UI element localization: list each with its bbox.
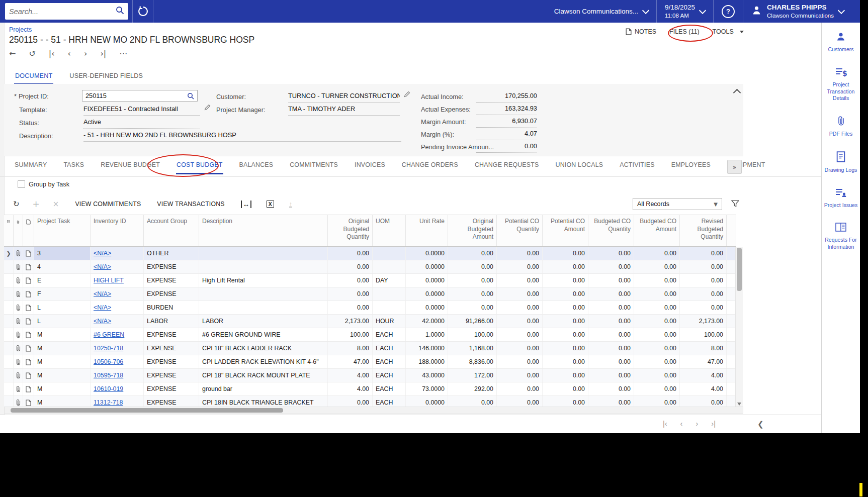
edit-pencil-icon[interactable] [404, 91, 410, 99]
table-row[interactable]: L<N/A>LABORLABOR2,173.00HOUR42.000091,26… [4, 315, 736, 328]
company-selector[interactable]: Clawson Communications... [546, 0, 656, 23]
attachment-icon[interactable] [14, 247, 23, 260]
note-icon[interactable] [23, 287, 34, 301]
column-header-potential-co-amount[interactable]: Potential CO Amount [543, 215, 588, 246]
business-date-icon[interactable] [132, 0, 153, 23]
inventory-id-link[interactable]: #6 GREEN [94, 331, 124, 338]
column-header-original-budgeted-quantity[interactable]: Original Budgeted Quantity [328, 215, 373, 246]
tab-activities[interactable]: ACTIVITIES [619, 158, 655, 174]
cell-inventory-id[interactable]: <N/A> [91, 287, 144, 301]
attachment-icon[interactable] [14, 328, 23, 341]
cell-inventory-id[interactable]: <N/A> [91, 260, 144, 273]
user-menu[interactable]: CHARLES PHIPPS Clawson Communications [743, 0, 852, 23]
next-record-icon[interactable]: › [84, 49, 87, 58]
sidebar-item-customers[interactable]: Customers [822, 32, 860, 53]
breadcrumb[interactable]: Projects [9, 26, 32, 33]
attachment-icon[interactable] [14, 382, 23, 395]
add-row-icon[interactable]: + [33, 199, 40, 209]
attachments-column-icon[interactable] [14, 215, 23, 246]
attachment-icon[interactable] [14, 274, 23, 287]
inventory-id-link[interactable]: <N/A> [94, 318, 111, 325]
upload-icon[interactable]: ↑ [289, 201, 293, 208]
template-field[interactable]: FIXEDFEE51 - Contracted Install [83, 103, 200, 116]
note-icon[interactable] [23, 328, 34, 341]
inventory-id-link[interactable]: 10250-718 [94, 345, 123, 352]
table-row[interactable]: F<N/A>EXPENSE0.000.00000.000.000.000.000… [4, 287, 736, 301]
inventory-id-link[interactable]: HIGH LIFT [94, 277, 124, 284]
customer-field[interactable]: TURNCO - TURNER CONSTRUCTION C [288, 90, 400, 103]
cell-inventory-id[interactable]: #6 GREEN [91, 328, 144, 341]
tab-change-requests[interactable]: CHANGE REQUESTS [474, 158, 540, 174]
side-panel-toggle-icon[interactable]: ❮ [757, 420, 764, 429]
search-icon[interactable] [116, 6, 124, 17]
sidebar-item-project-transaction-details[interactable]: $Project Transaction Details [822, 67, 860, 102]
note-icon[interactable] [23, 247, 34, 260]
note-icon[interactable] [23, 260, 34, 273]
inventory-id-link[interactable]: <N/A> [94, 250, 111, 257]
cell-inventory-id[interactable]: 10506-706 [91, 355, 144, 368]
prev-record-icon[interactable]: ‹ [68, 49, 71, 58]
fit-width-icon[interactable]: ↔ [241, 201, 251, 208]
column-header-budgeted-co-quantity[interactable]: Budgeted CO Quantity [588, 215, 634, 246]
tab-summary[interactable]: SUMMARY [14, 158, 48, 174]
tab-commitments[interactable]: COMMITMENTS [289, 158, 338, 174]
business-date-selector[interactable]: 9/18/2025 11:08 AM [656, 0, 713, 23]
tab-user-defined-fields[interactable]: USER-DEFINED FIELDS [68, 70, 144, 85]
note-icon[interactable] [23, 369, 34, 382]
next-page-icon[interactable]: › [696, 420, 698, 428]
column-header-potential-co-quantity[interactable]: Potential CO Quantity [497, 215, 543, 246]
column-header-account-group[interactable]: Account Group [144, 215, 199, 246]
first-record-icon[interactable]: |‹ [49, 49, 55, 58]
attachment-icon[interactable] [14, 355, 23, 368]
attachment-icon[interactable] [14, 287, 23, 301]
sidebar-item-requests-for-information[interactable]: Requests For Information [822, 222, 860, 251]
note-icon[interactable] [23, 342, 34, 355]
table-row[interactable]: ❯3<N/A>OTHER0.000.00000.000.000.000.000.… [4, 247, 736, 260]
refresh-icon[interactable]: ↻ [13, 200, 20, 209]
table-row[interactable]: L<N/A>BURDEN0.000.00000.000.000.000.000.… [4, 301, 736, 315]
filter-icon[interactable] [731, 200, 739, 209]
cell-inventory-id[interactable]: 10250-718 [91, 342, 144, 355]
sidebar-item-drawing-logs[interactable]: Drawing Logs [822, 151, 860, 174]
records-filter-dropdown[interactable]: All Records ▼ [633, 198, 722, 210]
cell-inventory-id[interactable]: HIGH LIFT [91, 274, 144, 287]
notes-button[interactable]: NOTES [626, 28, 656, 35]
tab-balances[interactable]: BALANCES [239, 158, 274, 174]
column-header-original-budgeted-amount[interactable]: Original Budgeted Amount [448, 215, 497, 246]
sidebar-item-pdf-files[interactable]: PDF Files [822, 116, 860, 138]
tab-change-orders[interactable]: CHANGE ORDERS [401, 158, 459, 174]
prev-page-icon[interactable]: ‹ [680, 420, 683, 428]
cell-inventory-id[interactable]: <N/A> [91, 315, 144, 328]
export-excel-icon[interactable]: X [267, 201, 274, 208]
inventory-id-link[interactable]: <N/A> [94, 263, 111, 270]
attachment-icon[interactable] [14, 260, 23, 273]
note-icon[interactable] [23, 301, 34, 314]
tools-button[interactable]: TOOLS [713, 28, 744, 35]
tab-tasks[interactable]: TASKS [63, 158, 85, 174]
attachment-icon[interactable] [14, 301, 23, 314]
grid-settings-icon[interactable] [4, 215, 14, 246]
tab-invoices[interactable]: INVOICES [354, 158, 386, 174]
tab-revenue-budget[interactable]: REVENUE BUDGET [100, 158, 160, 174]
horizontal-scroll-thumb[interactable] [11, 408, 283, 413]
column-header-uom[interactable]: UOM [373, 215, 406, 246]
inventory-id-link[interactable]: <N/A> [94, 290, 111, 297]
attachment-icon[interactable] [14, 369, 23, 382]
table-row[interactable]: 4<N/A>EXPENSE0.000.00000.000.000.000.000… [4, 260, 736, 274]
view-transactions-button[interactable]: VIEW TRANSACTIONS [157, 201, 224, 208]
inventory-id-link[interactable]: <N/A> [94, 304, 111, 311]
help-button[interactable]: ? [713, 0, 743, 23]
project-id-field[interactable]: 250115 [82, 90, 198, 102]
column-header-project-task[interactable]: Project Task [34, 215, 91, 246]
last-page-icon[interactable]: ›| [711, 420, 716, 428]
note-icon[interactable] [23, 274, 34, 287]
search-input[interactable]: Search... [5, 3, 128, 20]
table-row[interactable]: M10595-718EXPENSECPI 18" BLACK RACK MOUN… [4, 369, 736, 382]
scroll-down-arrow-icon[interactable] [737, 403, 741, 406]
first-page-icon[interactable]: |‹ [663, 420, 667, 428]
last-record-icon[interactable]: ›| [100, 49, 106, 58]
column-header-revised-budgeted-quantity[interactable]: Revised Budgeted Quantity [680, 215, 727, 246]
cell-inventory-id[interactable]: <N/A> [91, 301, 144, 314]
edit-pencil-icon[interactable] [204, 104, 211, 112]
inventory-id-link[interactable]: 10595-718 [94, 372, 123, 379]
